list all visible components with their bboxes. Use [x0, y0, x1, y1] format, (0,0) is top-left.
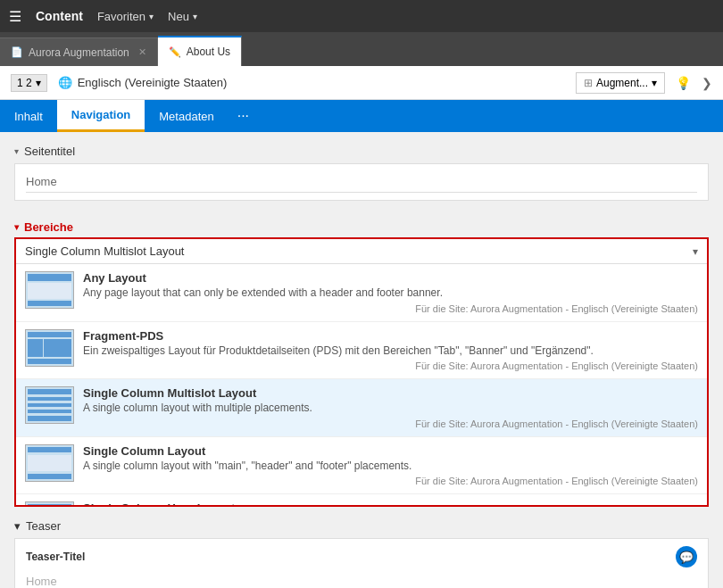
version-badge[interactable]: 1 2 ▾: [11, 74, 47, 92]
layout-info-any: Any Layout Any page layout that can only…: [83, 271, 698, 314]
layout-item-single-hero[interactable]: Single Column Hero Layout A single colum…: [16, 494, 707, 505]
teaser-titel-label: Teaser-Titel: [26, 551, 85, 563]
back-arrow-icon[interactable]: ❯: [702, 76, 712, 90]
bereiche-section: ▾ Bereiche Single Column Multislot Layou…: [0, 208, 723, 507]
version-chevron-icon: ▾: [36, 77, 41, 89]
layout-list[interactable]: Any Layout Any page layout that can only…: [16, 264, 707, 505]
layout-desc-any: Any page layout that can only be extende…: [83, 286, 698, 301]
layout-desc-fragment-pds: Ein zweispaltiges Layout für Produktdeta…: [83, 344, 698, 359]
seitentitel-divider: [26, 192, 697, 193]
bereiche-title-label: Bereiche: [24, 220, 73, 234]
layout-thumb-single-hero: [25, 501, 74, 505]
layout-thumb-single: [25, 444, 74, 482]
bereiche-section-header[interactable]: ▾ Bereiche: [14, 215, 709, 237]
layout-desc-single: A single column layout with "main", "hea…: [83, 460, 698, 474]
layout-name-single-multi: Single Column Multislot Layout: [83, 386, 698, 400]
seitentitel-section-header[interactable]: ▾ Seitentitel: [14, 139, 709, 163]
top-menu-items: Favoriten ▾ Neu ▾: [97, 10, 197, 23]
layout-site-fragment-pds: Für die Site: Aurora Augmentation - Engl…: [83, 360, 698, 371]
augment-icon: ⊞: [584, 77, 593, 89]
menu-favoriten-label: Favoriten: [97, 10, 145, 23]
favoriten-dropdown-arrow: ▾: [149, 12, 154, 21]
nav-tab-navigation[interactable]: Navigation: [57, 100, 145, 132]
nav-tabs-bar: Inhalt Navigation Metadaten ···: [0, 100, 723, 132]
layout-name-fragment-pds: Fragment-PDS: [83, 329, 698, 343]
augment-dropdown-arrow: ▾: [652, 77, 657, 89]
layout-info-fragment-pds: Fragment-PDS Ein zweispaltiges Layout fü…: [83, 329, 698, 372]
nav-tab-metadaten[interactable]: Metadaten: [145, 100, 228, 132]
seitentitel-value: Home: [26, 171, 697, 192]
teaser-titel-header-row: Teaser-Titel 💬: [26, 546, 697, 567]
about-tab-edit-icon: ✏️: [169, 46, 181, 58]
nav-tab-navigation-label: Navigation: [71, 108, 130, 121]
nav-tab-more-label: ···: [237, 108, 249, 124]
aurora-tab-close-icon[interactable]: ✕: [138, 46, 146, 58]
version-number: 1 2: [17, 77, 32, 89]
layout-item-any[interactable]: Any Layout Any page layout that can only…: [16, 264, 707, 322]
teaser-titel-value: Home: [26, 571, 697, 588]
layout-dropdown-arrow-icon: ▾: [693, 245, 698, 258]
chat-icon-button[interactable]: 💬: [676, 546, 697, 567]
top-menu-bar: ☰ Content Favoriten ▾ Neu ▾: [0, 0, 723, 32]
layout-site-single-multi: Für die Site: Aurora Augmentation - Engl…: [83, 418, 698, 429]
tab-aurora-augmentation[interactable]: 📄 Aurora Augmentation ✕: [0, 37, 158, 66]
teaser-title-label: Teaser: [26, 519, 61, 533]
layout-thumb-single-multi: [25, 386, 74, 424]
bereiche-collapse-icon: ▾: [14, 222, 19, 232]
augment-label: Augment...: [596, 77, 648, 89]
nav-tab-metadaten-label: Metadaten: [159, 110, 213, 123]
teaser-content: Teaser-Titel 💬 Home Teaser-Text: [14, 538, 709, 588]
layout-name-single-hero: Single Column Hero Layout: [83, 501, 698, 505]
layout-site-single: Für die Site: Aurora Augmentation - Engl…: [83, 476, 698, 486]
teaser-collapse-icon: ▾: [14, 519, 21, 533]
layout-name-any: Any Layout: [83, 271, 698, 285]
layout-item-fragment-pds[interactable]: Fragment-PDS Ein zweispaltiges Layout fü…: [16, 322, 707, 380]
neu-dropdown-arrow: ▾: [193, 12, 197, 21]
selected-layout-label: Single Column Multislot Layout: [25, 244, 184, 258]
globe-icon: 🌐: [58, 76, 72, 89]
layout-desc-single-multi: A single column layout with multiple pla…: [83, 402, 698, 416]
layout-item-single[interactable]: Single Column Layout A single column lay…: [16, 437, 707, 495]
menu-neu[interactable]: Neu ▾: [168, 10, 197, 23]
menu-neu-label: Neu: [168, 10, 189, 23]
info-bar: 1 2 ▾ 🌐 Englisch (Vereinigte Staaten) ⊞ …: [0, 66, 723, 100]
language-selector[interactable]: 🌐 Englisch (Vereinigte Staaten): [58, 76, 228, 89]
layout-select-bar[interactable]: Single Column Multislot Layout ▾: [16, 239, 707, 264]
nav-tab-inhalt-label: Inhalt: [14, 110, 43, 123]
augment-button[interactable]: ⊞ Augment... ▾: [576, 72, 665, 94]
nav-tab-inhalt[interactable]: Inhalt: [0, 100, 57, 132]
tab-about-us[interactable]: ✏️ About Us: [158, 36, 242, 66]
layout-selector-box: Single Column Multislot Layout ▾ Any Lay…: [14, 237, 709, 507]
teaser-section-header[interactable]: ▾ Teaser: [14, 514, 709, 538]
chat-icon-symbol: 💬: [679, 551, 694, 564]
seitentitel-collapse-icon: ▾: [14, 146, 19, 156]
seitentitel-section: ▾ Seitentitel Home: [0, 132, 723, 201]
content-area: ▾ Seitentitel Home ▾ Bereiche Single Col…: [0, 132, 723, 588]
about-tab-label: About Us: [187, 46, 230, 58]
layout-info-single-multi: Single Column Multislot Layout A single …: [83, 386, 698, 429]
tab-bar: 📄 Aurora Augmentation ✕ ✏️ About Us: [0, 32, 723, 66]
layout-item-single-multi[interactable]: Single Column Multislot Layout A single …: [16, 379, 707, 437]
hamburger-menu-icon[interactable]: ☰: [9, 8, 21, 25]
aurora-tab-label: Aurora Augmentation: [29, 46, 129, 59]
seitentitel-title: Seitentitel: [24, 145, 75, 158]
bulb-icon[interactable]: 💡: [676, 76, 691, 90]
layout-thumb-fragment-pds: [25, 329, 74, 367]
layout-info-single-hero: Single Column Hero Layout A single colum…: [83, 501, 698, 505]
layout-site-any: Für die Site: Aurora Augmentation - Engl…: [83, 303, 698, 314]
aurora-tab-icon: 📄: [11, 46, 23, 58]
layout-info-single: Single Column Layout A single column lay…: [83, 444, 698, 487]
teaser-section: ▾ Teaser Teaser-Titel 💬 Home Teaser-Text: [0, 507, 723, 588]
menu-favoriten[interactable]: Favoriten ▾: [97, 10, 154, 23]
layout-name-single: Single Column Layout: [83, 444, 698, 458]
language-label: Englisch (Vereinigte Staaten): [78, 76, 228, 89]
app-title: Content: [36, 9, 83, 23]
layout-thumb-any: [25, 271, 74, 309]
seitentitel-content: Home: [14, 163, 709, 201]
nav-tab-more[interactable]: ···: [229, 100, 258, 132]
